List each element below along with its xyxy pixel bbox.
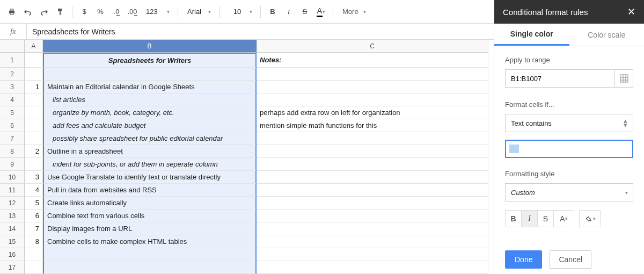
cell[interactable] — [43, 248, 257, 261]
font-family-dropdown[interactable]: Arial — [182, 4, 215, 19]
cell[interactable]: 6 — [25, 210, 43, 222]
undo-icon[interactable] — [20, 4, 35, 19]
cell[interactable]: Combine cells to make complex HTML table… — [43, 235, 257, 248]
tab-single-color[interactable]: Single color — [494, 24, 569, 46]
textcolor-button[interactable]: A ▾ — [553, 210, 574, 227]
cell[interactable] — [257, 158, 488, 171]
cell[interactable] — [257, 93, 488, 106]
row-header[interactable]: 17 — [0, 261, 25, 274]
row-header[interactable]: 8 — [0, 145, 25, 158]
increase-decimal-icon[interactable]: .00̲ — [125, 4, 140, 19]
cell[interactable] — [43, 68, 257, 81]
cell[interactable]: 5 — [25, 197, 43, 210]
cell[interactable]: organize by month, book, category, etc. — [43, 106, 257, 119]
italic-icon[interactable]: I — [281, 4, 296, 19]
cell[interactable] — [25, 106, 43, 119]
cell[interactable] — [257, 184, 488, 197]
cell[interactable]: 1 — [25, 81, 43, 93]
cell[interactable] — [25, 248, 43, 261]
cell[interactable]: 2 — [25, 145, 43, 158]
cell[interactable] — [257, 171, 488, 184]
cell[interactable] — [257, 261, 488, 274]
bold-icon[interactable]: B — [265, 4, 280, 19]
paintformat-icon[interactable] — [53, 4, 68, 19]
cell[interactable] — [25, 53, 43, 68]
row-header[interactable]: 11 — [0, 184, 25, 197]
row-header[interactable]: 9 — [0, 158, 25, 171]
col-header-b[interactable]: B — [43, 40, 257, 53]
cell[interactable]: 3 — [25, 171, 43, 184]
cell[interactable]: 7 — [25, 222, 43, 235]
cell[interactable] — [257, 197, 488, 210]
close-icon[interactable]: ✕ — [627, 6, 635, 18]
cell[interactable]: Create links automatically — [43, 197, 257, 210]
col-header-a[interactable]: A — [25, 40, 43, 53]
row-header[interactable]: 13 — [0, 210, 25, 222]
cell[interactable] — [257, 81, 488, 93]
cell[interactable] — [25, 132, 43, 145]
condition-value-input[interactable] — [505, 140, 633, 158]
cell[interactable] — [25, 261, 43, 274]
row-header[interactable]: 5 — [0, 106, 25, 119]
cell[interactable]: Maintain an Editorial calendar in Google… — [43, 81, 257, 93]
cell[interactable]: mention simple math functions for this — [257, 119, 488, 132]
print-icon[interactable] — [4, 4, 19, 19]
range-selector-icon[interactable] — [614, 70, 633, 87]
cell[interactable]: Pull in data from websites and RSS — [43, 184, 257, 197]
cell[interactable] — [257, 145, 488, 158]
italic-button[interactable]: I — [521, 210, 537, 227]
cell[interactable] — [257, 248, 488, 261]
row-header[interactable]: 15 — [0, 235, 25, 248]
row-header[interactable]: 2 — [0, 68, 25, 81]
row-header[interactable]: 12 — [0, 197, 25, 210]
row-header[interactable]: 7 — [0, 132, 25, 145]
range-input[interactable] — [506, 75, 614, 83]
cell[interactable] — [43, 261, 257, 274]
cell[interactable]: Display images from a URL — [43, 222, 257, 235]
cell[interactable] — [257, 222, 488, 235]
cell[interactable]: list articles — [43, 93, 257, 106]
style-select[interactable]: Custom ▾ — [505, 183, 633, 201]
cell[interactable]: 8 — [25, 235, 43, 248]
strike-button[interactable]: S — [537, 210, 553, 227]
cell[interactable]: Notes: — [257, 53, 488, 68]
cell[interactable] — [25, 119, 43, 132]
cell[interactable] — [25, 93, 43, 106]
cell[interactable]: indent for sub-points, or add them in se… — [43, 158, 257, 171]
cell[interactable]: Use Google Translate to identify text or… — [43, 171, 257, 184]
redo-icon[interactable] — [36, 4, 52, 19]
cell[interactable]: Spreadsheets for Writers — [43, 53, 257, 68]
cell[interactable] — [25, 68, 43, 81]
cell[interactable] — [25, 158, 43, 171]
cell[interactable]: 4 — [25, 184, 43, 197]
cell[interactable] — [257, 132, 488, 145]
select-all-corner[interactable] — [0, 40, 25, 53]
cell[interactable]: Combine text from various cells — [43, 210, 257, 222]
cell[interactable] — [257, 210, 488, 222]
percent-icon[interactable]: % — [93, 4, 108, 19]
cell[interactable]: add fees and calculate budget — [43, 119, 257, 132]
col-header-c[interactable]: C — [257, 40, 488, 53]
bold-button[interactable]: B — [505, 210, 521, 227]
font-size-dropdown[interactable]: 10 — [224, 4, 256, 19]
cancel-button[interactable]: Cancel — [550, 250, 591, 269]
cell[interactable] — [257, 235, 488, 248]
textcolor-icon[interactable]: A ▾ — [313, 4, 328, 19]
formula-input[interactable]: Spreadsheets for Writers — [27, 27, 121, 36]
tab-color-scale[interactable]: Color scale — [569, 24, 645, 46]
row-header[interactable]: 1 — [0, 53, 25, 68]
cell[interactable]: Outline in a spreadsheet — [43, 145, 257, 158]
more-dropdown[interactable]: More — [338, 4, 370, 19]
row-header[interactable]: 4 — [0, 93, 25, 106]
currency-icon[interactable]: $ — [77, 4, 92, 19]
strike-icon[interactable]: S — [297, 4, 312, 19]
condition-select[interactable]: Text contains ▴▾ — [505, 114, 633, 132]
row-header[interactable]: 10 — [0, 171, 25, 184]
decrease-decimal-icon[interactable]: .0̲ — [109, 4, 124, 19]
row-header[interactable]: 16 — [0, 248, 25, 261]
done-button[interactable]: Done — [505, 250, 542, 269]
number-format-dropdown[interactable]: 123 — [141, 4, 173, 19]
row-header[interactable]: 14 — [0, 222, 25, 235]
cell[interactable] — [257, 68, 488, 81]
fillcolor-button[interactable]: ▾ — [579, 210, 601, 227]
